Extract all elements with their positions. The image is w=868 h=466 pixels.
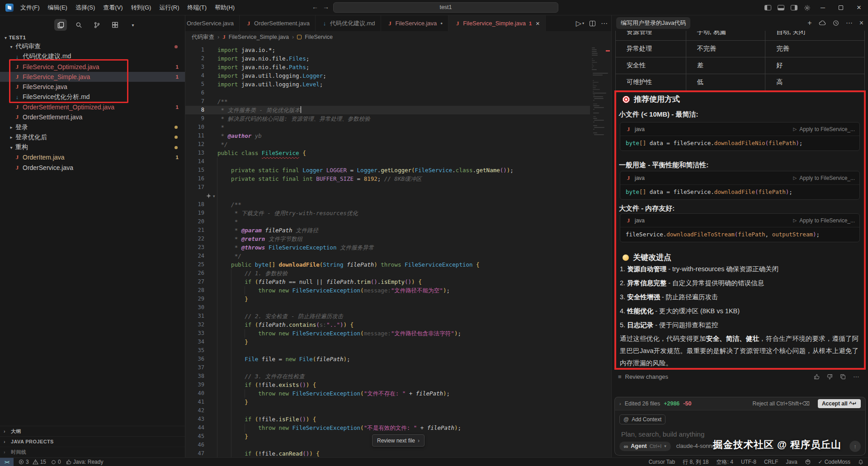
code-line-11[interactable]: 11 * @author yb	[185, 132, 611, 140]
code-line-36[interactable]: 36 File file = new File(filePath);	[185, 355, 611, 363]
code-line-30[interactable]: 30	[185, 303, 611, 312]
source-control-icon[interactable]	[90, 19, 103, 31]
code-line-41[interactable]: 41 }	[185, 398, 611, 406]
explorer-icon[interactable]	[54, 19, 67, 31]
breadcrumb-file[interactable]: FileService_Simple.java	[229, 34, 289, 40]
code-area[interactable]: 1import java.io.*;2import java.nio.file.…	[185, 43, 611, 457]
code-line-15[interactable]: 15 private static final Logger LOGGER = …	[185, 166, 611, 174]
tree-item-OrderSettlement.java[interactable]: JOrderSettlement.java	[0, 112, 185, 122]
gear-icon[interactable]	[804, 5, 811, 11]
code-line-4[interactable]: 4import java.util.logging.Logger;	[185, 71, 611, 80]
back-icon[interactable]: ←	[310, 3, 320, 10]
tab-FileService.java[interactable]: JFileService.java●	[381, 15, 449, 31]
tree-item-代码优化建议.md[interactable]: ↓代码优化建议.md	[0, 52, 185, 61]
toggle-sidebar-icon[interactable]	[764, 5, 771, 10]
code-line-38[interactable]: 38 // 3. 文件存在性检查	[185, 372, 611, 381]
status-badge-zero[interactable]: 0	[51, 459, 61, 465]
extensions-icon[interactable]	[108, 19, 121, 31]
menu-运行(R)[interactable]: 运行(R)	[155, 2, 183, 14]
bell-icon[interactable]	[858, 459, 863, 465]
agent-mode-selector[interactable]: ∞ Agent Ctrl+I ▾	[619, 442, 671, 451]
menu-转到(G)[interactable]: 转到(G)	[127, 2, 156, 14]
tree-item-代码审查[interactable]: ▾代码审查	[0, 42, 185, 52]
split-editor-icon[interactable]	[590, 21, 595, 26]
code-line-26[interactable]: 26 // 1. 参数校验	[185, 269, 611, 278]
more-actions-icon[interactable]: ⋯	[601, 19, 608, 28]
close-window-button[interactable]: ×	[850, 0, 868, 15]
review-next-file-button[interactable]: Review next file›	[372, 434, 425, 447]
workspace-root[interactable]: ▾ TEST1	[0, 33, 185, 42]
codemoss-status[interactable]: ✓CodeMoss	[818, 459, 850, 465]
encoding[interactable]: UTF-8	[741, 459, 756, 465]
review-changes-row[interactable]: ≡ Review changes ⋯	[618, 371, 862, 382]
tab-OrderSettlement.java[interactable]: JOrderSettlement.java	[240, 15, 316, 31]
chevron-right-icon[interactable]: ›	[619, 401, 621, 406]
java-status[interactable]: Java: Ready	[66, 459, 104, 465]
code-line-47[interactable]: 47 if (!file.canRead()) {	[185, 449, 611, 457]
menu-帮助(H)[interactable]: 帮助(H)	[211, 2, 239, 14]
copy-icon[interactable]	[840, 374, 846, 380]
app-status-icon[interactable]	[805, 459, 811, 465]
code-line-31[interactable]: 31 // 2. 安全检查 - 防止路径遍历攻击	[185, 312, 611, 320]
code-line-20[interactable]: 20 *	[185, 217, 611, 226]
tree-item-OrderService.java[interactable]: JOrderService.java	[0, 163, 185, 173]
menu-文件(F)[interactable]: 文件(F)	[16, 2, 44, 14]
code-line-12[interactable]: 12 */	[185, 140, 611, 149]
code-line-33[interactable]: 33 throw new FileServiceException(messag…	[185, 329, 611, 338]
sidebar-section-JAVA PROJECTS[interactable]: ›JAVA PROJECTS	[0, 436, 185, 447]
code-line-21[interactable]: 21 * @param filePath 文件路径	[185, 226, 611, 235]
code-line-42[interactable]: 42	[185, 406, 611, 415]
toggle-panel-icon[interactable]	[778, 5, 784, 10]
eol-sequence[interactable]: CRLF	[764, 459, 778, 465]
tree-item-FileService_Optimized.java[interactable]: JFileService_Optimized.java1	[0, 62, 185, 72]
menu-查看(V)[interactable]: 查看(V)	[99, 2, 127, 14]
tree-item-登录优化后[interactable]: ▸登录优化后	[0, 132, 185, 142]
code-line-14[interactable]: 14	[185, 157, 611, 166]
minimize-button[interactable]: ─	[814, 0, 832, 15]
chevron-down-icon[interactable]: ▾	[127, 19, 139, 31]
more-icon[interactable]: ⋯	[846, 19, 853, 27]
thumbs-down-icon[interactable]	[827, 374, 833, 380]
code-line-22[interactable]: 22 * @return 文件字节数组	[185, 235, 611, 243]
code-line-35[interactable]: 35	[185, 346, 611, 355]
inline-ai-icon[interactable]: ▾	[206, 192, 215, 200]
code-line-37[interactable]: 37	[185, 363, 611, 372]
close-panel-icon[interactable]: ×	[859, 19, 863, 27]
chat-title[interactable]: 编写用户登录的Java代码	[616, 17, 690, 29]
code-line-1[interactable]: 1import java.io.*;	[185, 46, 611, 54]
problems-indicator[interactable]: 3 15	[19, 459, 46, 465]
code-line-28[interactable]: 28 throw new FileServiceException(messag…	[185, 286, 611, 295]
code-line-43[interactable]: 43 if (!file.isFile()) {	[185, 415, 611, 424]
code-line-17[interactable]: 17	[185, 183, 611, 192]
tree-item-重构[interactable]: ▾重构	[0, 142, 185, 152]
cloud-icon[interactable]	[819, 20, 826, 26]
toggle-secondary-sidebar-icon[interactable]	[791, 5, 797, 10]
code-line-24[interactable]: 24 */	[185, 252, 611, 260]
edited-files-bar[interactable]: › Edited 26 files +2986 -50 Reject all C…	[614, 397, 866, 410]
code-line-19[interactable]: 19 * 下载文件 - 使用try-with-resources优化	[185, 209, 611, 217]
code-line-32[interactable]: 32 if (filePath.contains(s:"..")) {	[185, 320, 611, 329]
send-button[interactable]: ↑	[849, 441, 861, 452]
code-line-23[interactable]: 23 * @throws FileServiceException 文件服务异常	[185, 243, 611, 252]
sidebar-section-时间线[interactable]: ›时间线	[0, 447, 185, 457]
more-icon[interactable]: ⋯	[853, 373, 859, 380]
code-line-8[interactable]: 8 * 文件服务类 - 简化优化版本	[185, 106, 611, 114]
code-line-3[interactable]: 3import java.nio.file.Paths;	[185, 63, 611, 71]
search-icon[interactable]	[72, 19, 85, 31]
tree-item-登录[interactable]: ▸登录	[0, 122, 185, 132]
forward-icon[interactable]: →	[321, 3, 331, 10]
tree-item-FileService优化分析.md[interactable]: ↓FileService优化分析.md	[0, 92, 185, 102]
close-tab-icon[interactable]: ×	[536, 19, 540, 27]
menu-编辑(E)[interactable]: 编辑(E)	[44, 2, 71, 14]
tab-OrderService.java[interactable]: OrderService.java	[185, 15, 240, 31]
remote-indicator[interactable]: ><	[0, 458, 14, 466]
code-line-13[interactable]: 13public class FileService {	[185, 149, 611, 157]
tab-FileService_Simple.java[interactable]: JFileService_Simple.java1×	[448, 15, 546, 31]
cursor-position[interactable]: 行 8, 列 18	[683, 458, 708, 466]
menu-终端(T)[interactable]: 终端(T)	[183, 2, 211, 14]
code-line-44[interactable]: 44 throw new FileServiceException("不是有效的…	[185, 424, 611, 432]
code-line-18[interactable]: 18 /**	[185, 200, 611, 209]
breadcrumb-folder[interactable]: 代码审查	[192, 33, 214, 41]
code-line-25[interactable]: 25 public byte[] downloadFile(String fil…	[185, 260, 611, 269]
tree-item-FileService.java[interactable]: JFileService.java	[0, 82, 185, 92]
